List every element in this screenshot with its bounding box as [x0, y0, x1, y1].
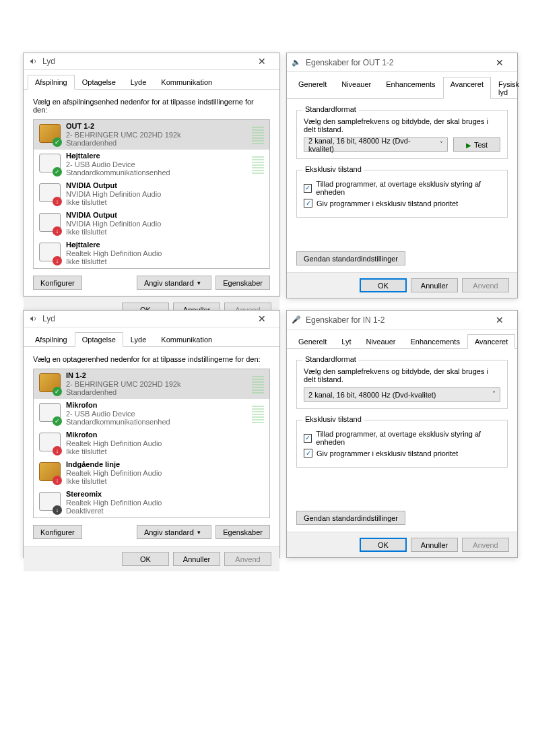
device-item[interactable]: StereomixRealtek High Definition AudioDe… [34, 488, 269, 517]
titlebar: 🔈 Egenskaber for OUT 1-2 ✕ [287, 53, 517, 72]
group-legend: Eksklusiv tilstand [302, 165, 364, 173]
cancel-button[interactable]: Annuller [411, 538, 458, 552]
chevron-down-icon[interactable] [193, 529, 204, 536]
chevron-down-icon[interactable] [193, 280, 204, 286]
mic-icon [39, 433, 61, 454]
device-status: Ikke tilsluttet [66, 477, 264, 486]
tab-avanceret[interactable]: Avanceret [467, 334, 515, 349]
tab-content: Vælg en afspilningsenhed nedenfor for at… [24, 90, 279, 296]
device-subtitle: 2- BEHRINGER UMC 202HD 192k [66, 131, 248, 139]
tab-lyt[interactable]: Lyt [334, 334, 358, 349]
chip-icon [39, 492, 61, 513]
set-default-button[interactable]: Angiv standard [137, 525, 211, 539]
exclusive-priority-checkbox[interactable] [304, 449, 312, 458]
device-status: Ikke tilsluttet [66, 257, 264, 266]
checkbox-label: Tillad programmer, at overtage eksklusiv… [316, 430, 500, 446]
device-subtitle: 2- USB Audio Device [66, 410, 248, 418]
​device-name: OUT 1-2 [66, 122, 248, 131]
device-item[interactable]: Indgående linjeRealtek High Definition A… [34, 458, 269, 488]
tab-kommunikation[interactable]: Kommunikation [154, 75, 220, 90]
apply-button[interactable]: Anvend [462, 278, 509, 292]
close-button[interactable]: ✕ [248, 311, 275, 327]
status-badge-icon [53, 446, 62, 455]
level-meter [252, 155, 264, 174]
audio-device-icon: 🎤 [291, 315, 302, 325]
level-meter [252, 375, 264, 393]
apply-button[interactable]: Anvend [224, 552, 271, 566]
checkbox-label: Tillad programmer, at overtage eksklusiv… [316, 180, 500, 196]
​device-name: NVIDIA Output [66, 211, 264, 220]
device-list[interactable]: IN 1-22- BEHRINGER UMC 202HD 192kStandar… [33, 369, 270, 518]
configure-button[interactable]: Konfigurer [33, 276, 82, 290]
ok-button[interactable]: OK [122, 552, 169, 566]
tab-enhancements[interactable]: Enhancements [378, 77, 442, 99]
tab-generelt[interactable]: Generelt [291, 334, 334, 349]
status-badge-icon [53, 197, 62, 206]
tab-niveauer[interactable]: Niveauer [358, 334, 403, 349]
properties-button[interactable]: Egenskaber [215, 276, 270, 290]
tab-optagelse[interactable]: Optagelse [75, 75, 123, 90]
properties-button[interactable]: Egenskaber [215, 525, 270, 539]
tab-lyde[interactable]: Lyde [123, 75, 154, 90]
device-list[interactable]: OUT 1-22- BEHRINGER UMC 202HD 192kStanda… [33, 119, 270, 269]
device-item[interactable]: Mikrofon2- USB Audio DeviceStandardkommu… [34, 399, 269, 429]
tab-niveauer[interactable]: Niveauer [334, 77, 378, 99]
tab-fysisk lyd[interactable]: Fysisk lyd [491, 77, 527, 99]
restore-defaults-button[interactable]: Gendan standardindstillinger [296, 511, 405, 525]
tab-avanceret[interactable]: Avanceret [443, 77, 491, 99]
configure-button[interactable]: Konfigurer [33, 525, 82, 539]
tabstrip: GenereltLytNiveauerEnhancementsAvanceret [287, 329, 517, 349]
​device-name: Højttalere [66, 152, 248, 160]
device-item[interactable]: MikrofonRealtek High Definition AudioIkk… [34, 429, 269, 458]
intro-text: Vælg en optagerenhed nedenfor for at til… [33, 355, 270, 363]
tab-afspilning[interactable]: Afspilning [28, 75, 75, 90]
device-item[interactable]: NVIDIA OutputNVIDIA High Definition Audi… [34, 179, 269, 209]
device-subtitle: NVIDIA High Definition Audio [66, 220, 264, 228]
dialog-buttons: OK Annuller Anvend [287, 532, 517, 557]
close-button[interactable]: ✕ [248, 53, 275, 69]
ok-button[interactable]: OK [360, 278, 407, 292]
device-item[interactable]: HøjttalereRealtek High Definition AudioI… [34, 239, 269, 268]
apply-button[interactable]: Anvend [462, 538, 509, 552]
close-button[interactable]: ✕ [486, 312, 513, 328]
level-meter [252, 404, 264, 423]
titlebar: 🎤 Egenskaber for IN 1-2 ✕ [287, 311, 517, 329]
ok-button[interactable]: OK [360, 538, 407, 552]
tab-enhancements[interactable]: Enhancements [403, 334, 467, 349]
device-item[interactable]: IN 1-22- BEHRINGER UMC 202HD 192kStandar… [34, 369, 269, 399]
sample-format-combo[interactable]: 2 kanal, 16 bit, 48000 Hz (Dvd-kvalitet) [304, 137, 448, 152]
test-button[interactable]: Test [453, 137, 500, 152]
allow-exclusive-checkbox[interactable] [304, 184, 312, 193]
titlebar: Lyd ✕ [24, 53, 279, 70]
tab-optagelse[interactable]: Optagelse [75, 332, 123, 347]
cancel-button[interactable]: Annuller [411, 278, 458, 292]
device-subtitle: NVIDIA High Definition Audio [66, 190, 264, 199]
speaker-icon [39, 154, 61, 175]
tab-lyde[interactable]: Lyde [123, 332, 154, 347]
sound-dialog-playback: Lyd ✕ AfspilningOptagelseLydeKommunikati… [23, 53, 280, 296]
speaker-icon [39, 243, 61, 264]
dialog-buttons: OK Annuller Anvend [24, 546, 279, 571]
tab-generelt[interactable]: Generelt [291, 77, 334, 99]
sample-format-combo[interactable]: 2 kanal, 16 bit, 48000 Hz (Dvd-kvalitet) [304, 387, 500, 402]
tabstrip: AfspilningOptagelseLydeKommunikation [24, 327, 279, 347]
device-item[interactable]: OUT 1-22- BEHRINGER UMC 202HD 192kStanda… [34, 120, 269, 150]
cancel-button[interactable]: Annuller [173, 552, 220, 566]
​device-name: Højttalere [66, 241, 264, 249]
restore-defaults-button[interactable]: Gendan standardindstillinger [296, 251, 405, 265]
​device-name: NVIDIA Output [66, 181, 264, 190]
close-button[interactable]: ✕ [486, 55, 513, 71]
tab-kommunikation[interactable]: Kommunikation [154, 332, 220, 347]
device-subtitle: Realtek High Definition Audio [66, 499, 264, 507]
device-item[interactable]: NVIDIA OutputNVIDIA High Definition Audi… [34, 209, 269, 239]
set-default-button[interactable]: Angiv standard [137, 276, 211, 290]
device-item[interactable]: Højttalere2- USB Audio DeviceStandardkom… [34, 150, 269, 179]
checkbox-label: Giv programmer i eksklusiv tilstand prio… [316, 449, 458, 458]
device-status: Standardkommunikationsenhed [66, 168, 248, 177]
exclusive-priority-checkbox[interactable] [304, 199, 312, 208]
status-badge-icon [53, 256, 62, 265]
allow-exclusive-checkbox[interactable] [304, 434, 312, 443]
status-badge-icon [53, 137, 62, 147]
tab-afspilning[interactable]: Afspilning [28, 332, 75, 347]
device-status: Standardenhed [66, 139, 248, 148]
